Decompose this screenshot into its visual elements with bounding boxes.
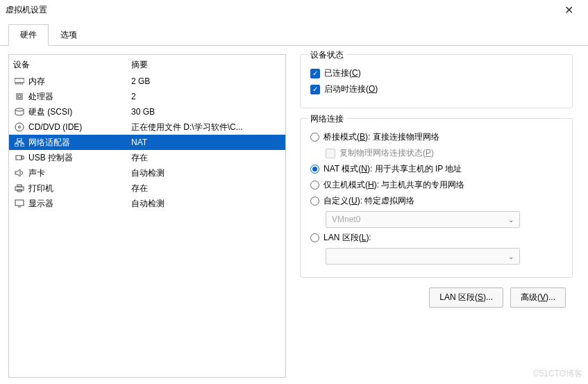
device-name: 网络适配器 (28, 137, 131, 149)
svg-rect-12 (21, 144, 24, 147)
disk-icon (13, 106, 26, 117)
svg-rect-6 (18, 95, 21, 98)
svg-point-7 (15, 108, 24, 111)
close-icon[interactable]: ✕ (555, 3, 582, 17)
device-name: 声卡 (28, 167, 131, 179)
device-row-display[interactable]: 显示器 自动检测 (9, 196, 285, 211)
network-connection-group: 网络连接 桥接模式(B): 直接连接物理网络 复制物理网络连接状态(P) NAT… (300, 118, 573, 278)
device-status-group: 设备状态 ✓ 已连接(C) ✓ 启动时连接(O) (300, 54, 573, 108)
chevron-down-icon: ⌄ (508, 216, 514, 224)
svg-rect-0 (15, 78, 24, 83)
device-row-printer[interactable]: 打印机 存在 (9, 181, 285, 196)
sound-icon (13, 167, 26, 178)
device-summary: 2 (131, 92, 281, 101)
device-row-sound[interactable]: 声卡 自动检测 (9, 165, 285, 181)
device-row-usb[interactable]: USB 控制器 存在 (9, 150, 285, 165)
device-name: 显示器 (28, 198, 131, 210)
device-summary: 2 GB (131, 76, 281, 86)
content-area: 设备 摘要 内存 2 GB 处理器 2 硬盘 (SCSI) 30 GB CD/D… (0, 46, 588, 384)
device-name: CD/DVD (IDE) (28, 122, 131, 132)
svg-rect-5 (17, 94, 22, 99)
advanced-button[interactable]: 高级(V)... (510, 287, 566, 308)
device-row-cpu[interactable]: 处理器 2 (9, 89, 285, 104)
tab-hardware[interactable]: 硬件 (8, 24, 49, 46)
display-icon (13, 198, 26, 209)
chevron-down-icon: ⌄ (508, 253, 514, 260)
usb-icon (13, 152, 26, 163)
vmnet-value: VMnet0 (332, 215, 360, 224)
status-title: 设备状态 (308, 49, 346, 61)
lan-row[interactable]: LAN 区段(L): (310, 232, 562, 244)
replicate-row: 复制物理网络连接状态(P) (326, 147, 562, 159)
svg-rect-10 (17, 138, 22, 141)
svg-rect-18 (15, 200, 24, 206)
nat-radio[interactable] (310, 165, 319, 174)
device-name: 打印机 (28, 183, 131, 194)
device-summary: 存在 (131, 152, 281, 164)
device-name: USB 控制器 (28, 152, 131, 164)
vmnet-combo: VMnet0 ⌄ (326, 211, 520, 228)
host-label: 仅主机模式(H): 与主机共享的专用网络 (324, 179, 464, 191)
col-device: 设备 (13, 59, 131, 71)
tab-strip: 硬件 选项 (0, 19, 588, 46)
svg-rect-16 (17, 185, 22, 187)
svg-point-9 (19, 126, 21, 128)
device-list-panel: 设备 摘要 内存 2 GB 处理器 2 硬盘 (SCSI) 30 GB CD/D… (8, 54, 286, 378)
nat-label: NAT 模式(N): 用于共享主机的 IP 地址 (324, 163, 462, 175)
connected-label: 已连接(C) (324, 67, 361, 79)
custom-row[interactable]: 自定义(U): 特定虚拟网络 (310, 195, 562, 207)
cpu-icon (13, 91, 26, 102)
button-row: LAN 区段(S)... 高级(V)... (300, 287, 573, 308)
replicate-checkbox (326, 149, 335, 158)
lan-combo: ⌄ (326, 248, 520, 265)
device-list-header: 设备 摘要 (9, 55, 285, 74)
watermark: ©51CTO博客 (533, 368, 582, 380)
device-summary: NAT (131, 137, 281, 147)
memory-icon (13, 76, 26, 87)
device-row-memory[interactable]: 内存 2 GB (9, 74, 285, 89)
net-title: 网络连接 (308, 113, 346, 125)
svg-rect-13 (16, 156, 22, 160)
device-name: 硬盘 (SCSI) (28, 106, 131, 118)
nat-row[interactable]: NAT 模式(N): 用于共享主机的 IP 地址 (310, 163, 562, 175)
device-summary: 自动检测 (131, 167, 281, 179)
svg-rect-14 (22, 156, 24, 159)
bridge-radio[interactable] (310, 133, 319, 142)
svg-rect-11 (15, 144, 18, 147)
network-icon (13, 137, 26, 148)
bridge-label: 桥接模式(B): 直接连接物理网络 (324, 131, 439, 143)
device-summary: 存在 (131, 183, 281, 194)
detail-panel: 设备状态 ✓ 已连接(C) ✓ 启动时连接(O) 网络连接 桥接模式(B): 直… (300, 54, 580, 378)
device-row-disk[interactable]: 硬盘 (SCSI) 30 GB (9, 104, 285, 119)
lan-label: LAN 区段(L): (324, 232, 371, 244)
tab-options[interactable]: 选项 (49, 24, 89, 46)
lan-radio[interactable] (310, 233, 319, 242)
replicate-label: 复制物理网络连接状态(P) (339, 147, 434, 159)
svg-point-8 (15, 123, 24, 131)
connect-on-row[interactable]: ✓ 启动时连接(O) (310, 83, 562, 95)
device-name: 处理器 (28, 91, 131, 103)
custom-radio[interactable] (310, 197, 319, 206)
host-row[interactable]: 仅主机模式(H): 与主机共享的专用网络 (310, 179, 562, 191)
lan-segments-button[interactable]: LAN 区段(S)... (429, 287, 503, 308)
connected-checkbox[interactable]: ✓ (310, 69, 320, 78)
device-summary: 30 GB (131, 107, 281, 117)
connect-on-label: 启动时连接(O) (324, 83, 378, 95)
cd-icon (13, 122, 26, 133)
window-title: 虚拟机设置 (6, 4, 555, 16)
host-radio[interactable] (310, 181, 319, 190)
col-summary: 摘要 (131, 59, 148, 71)
device-name: 内存 (28, 76, 131, 87)
device-summary: 自动检测 (131, 198, 281, 210)
title-bar: 虚拟机设置 ✕ (0, 0, 588, 19)
device-row-cd[interactable]: CD/DVD (IDE) 正在使用文件 D:\学习软件\C... (9, 119, 285, 135)
printer-icon (13, 183, 26, 194)
connected-row[interactable]: ✓ 已连接(C) (310, 67, 562, 79)
device-row-network[interactable]: 网络适配器 NAT (9, 135, 285, 150)
custom-label: 自定义(U): 特定虚拟网络 (324, 195, 414, 207)
connect-on-checkbox[interactable]: ✓ (310, 85, 320, 94)
device-summary: 正在使用文件 D:\学习软件\C... (131, 122, 281, 133)
bridge-row[interactable]: 桥接模式(B): 直接连接物理网络 (310, 131, 562, 143)
